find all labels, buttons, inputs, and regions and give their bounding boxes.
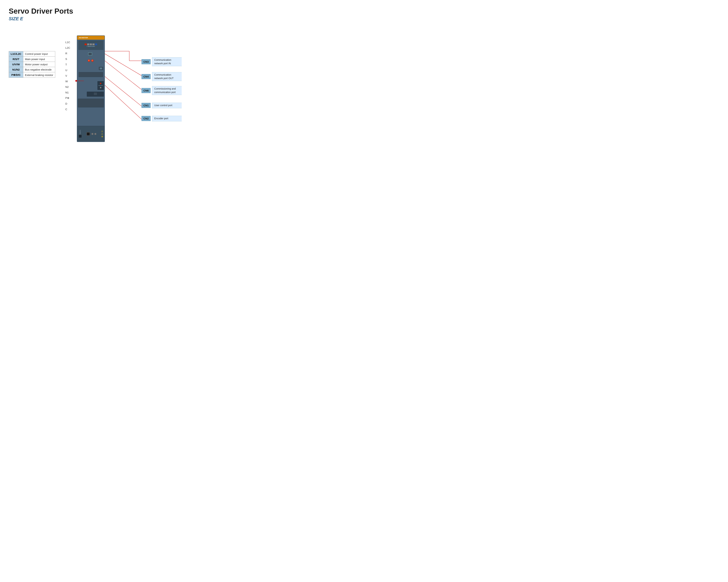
page-title: Servo Driver Ports	[9, 7, 173, 16]
legend-row: R/S/TMain power input	[9, 57, 55, 62]
port-block-mid	[79, 72, 103, 77]
servo-brand-bar: JSS·MOTOR	[77, 36, 104, 39]
btn-gray1	[87, 44, 89, 45]
cn2-desc: Encoder port	[152, 116, 182, 121]
cn1-db-connector	[98, 81, 104, 90]
cn3-desc: Communication network port IN	[152, 57, 182, 66]
cn3-connector	[88, 52, 93, 56]
terminal-label-item: D	[64, 101, 70, 106]
terminal-label-item: N1	[64, 89, 70, 95]
cn4-red-knob1	[88, 59, 90, 62]
charge-indicator: CHARGE	[79, 130, 82, 138]
terminal-label-item: N2	[64, 84, 70, 89]
legend-table: L1C/L2CControl power inputR/S/TMain powe…	[9, 51, 55, 78]
legend-key: P⊕/D/C	[9, 72, 23, 78]
svg-line-4	[105, 61, 141, 89]
terminal-label-item: U	[64, 67, 70, 73]
lower-block	[78, 99, 104, 107]
cn6-port-label: CN6 Commissioning and communication port	[141, 86, 182, 95]
legend-desc: Control power input	[23, 51, 55, 57]
terminal-label-item: S	[64, 56, 70, 62]
legend-row: U/V/WMotor power output	[9, 62, 55, 67]
terminal-label-item: R	[64, 50, 70, 56]
terminal-label-item: P⊕	[64, 95, 70, 101]
cn3-tag: CN3	[141, 59, 151, 64]
cn1-desc: User control port	[152, 103, 182, 108]
servo-display-panel: 7.5kW/AC380V	[78, 40, 103, 50]
legend-row: L1C/L2CControl power input	[9, 51, 55, 57]
terminal-label-item: L2C	[64, 45, 70, 50]
svg-line-5	[105, 77, 141, 106]
terminal-label-item: L1C	[64, 39, 70, 45]
legend-key: N1/N2	[9, 67, 23, 72]
btn-blue	[95, 44, 97, 45]
cn3-port-label: CN3 Communication network port IN	[141, 57, 182, 66]
cn2-connector	[87, 92, 104, 97]
btn-gray2	[90, 44, 92, 45]
page-subtitle: SIZE E	[9, 16, 173, 22]
cn4-desc: Communication network port OUT	[152, 72, 182, 81]
svg-line-6	[105, 85, 141, 119]
cn1-tag: CN1	[141, 103, 151, 108]
cn4-port-label: CN4 Communication network port OUT	[141, 72, 182, 81]
legend-desc: External braking resistor	[23, 72, 55, 78]
servo-driver-body: JSS·MOTOR 7.5kW/AC380V	[77, 35, 105, 142]
svg-line-3	[105, 54, 141, 76]
legend-row: P⊕/D/CExternal braking resistor	[9, 72, 55, 78]
display-buttons	[84, 44, 97, 45]
legend-desc: Bus negative electrode	[23, 67, 55, 72]
legend-key: L1C/L2C	[9, 51, 23, 57]
diagram-area: L1C/L2CControl power inputR/S/TMain powe…	[9, 27, 173, 146]
legend-row: N1/N2Bus negative electrode	[9, 67, 55, 72]
legend-desc: Motor power output	[23, 62, 55, 67]
btn-red	[84, 44, 87, 45]
legend-desc: Main power input	[23, 57, 55, 62]
legend-key: U/V/W	[9, 62, 23, 67]
cn1-port-label: CN1 User control port	[141, 103, 182, 108]
cn6-tag: CN6	[141, 88, 151, 93]
bottom-buttons	[86, 132, 97, 136]
warning-icons: ⚠ ⚠ ⊕	[101, 130, 103, 138]
spec-label: 7.5kW/AC380V	[87, 46, 95, 47]
terminal-label-item: T	[64, 62, 70, 67]
btn-gray3	[93, 44, 95, 45]
terminal-label-item: W	[64, 78, 70, 84]
terminal-label-item: V	[64, 73, 70, 78]
cn6-port	[99, 67, 103, 70]
terminal-label-item: C	[64, 106, 70, 112]
cn4-tag: CN4	[141, 74, 151, 79]
cn6-desc: Commissioning and communication port	[152, 86, 182, 95]
terminal-labels: L1CL2CRSTUVWN2N1P⊕DC	[64, 39, 70, 112]
cn2-port-label: CN2 Encoder port	[141, 116, 182, 121]
servo-bottom-section: CHARGE ⚠ ⚠ ⊕	[77, 126, 104, 141]
brand-label: JSS·MOTOR	[79, 37, 88, 38]
cn2-tag: CN2	[141, 116, 151, 121]
cn4-red-knob2	[91, 59, 94, 62]
legend-key: R/S/T	[9, 57, 23, 62]
